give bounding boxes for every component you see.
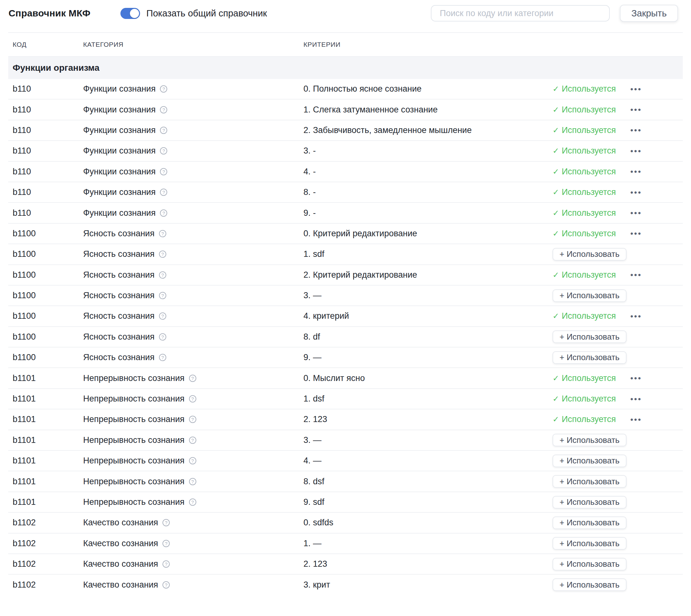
row-menu-button[interactable]: ••• — [630, 126, 642, 134]
menu-cell: ••• — [615, 229, 683, 238]
use-button[interactable]: + Использовать — [552, 289, 627, 302]
code-cell: b1101 — [8, 435, 79, 445]
help-icon[interactable]: ? — [160, 168, 167, 175]
check-icon: ✓ — [552, 126, 559, 135]
status-cell: + Использовать — [546, 351, 615, 364]
use-button[interactable]: + Использовать — [552, 537, 627, 550]
use-button[interactable]: + Использовать — [552, 434, 627, 446]
help-icon[interactable]: ? — [160, 127, 167, 134]
help-icon[interactable]: ? — [160, 189, 167, 196]
help-icon[interactable]: ? — [160, 210, 167, 217]
category-cell: Качество сознания ? — [79, 518, 299, 528]
section-title: Функции организма — [8, 63, 100, 73]
use-button[interactable]: + Использовать — [552, 330, 627, 343]
row-menu-button[interactable]: ••• — [630, 106, 642, 114]
show-common-directory-toggle[interactable] — [121, 8, 140, 19]
use-button[interactable]: + Использовать — [552, 475, 627, 488]
category-label: Непрерывность сознания — [83, 373, 185, 383]
row-menu-button[interactable]: ••• — [630, 271, 642, 279]
use-button[interactable]: + Использовать — [552, 578, 627, 591]
code-cell: b1101 — [8, 415, 79, 424]
table-row: b110 Функции сознания ? 8. - ✓ Используе… — [8, 182, 683, 203]
search-input[interactable] — [431, 5, 610, 21]
category-cell: Функции сознания ? — [79, 84, 299, 94]
category-label: Ясность сознания — [83, 291, 154, 301]
category-label: Непрерывность сознания — [83, 497, 185, 507]
status-cell: ✓ Используется — [546, 373, 615, 383]
criterion-cell: 3. - — [299, 146, 546, 156]
help-icon[interactable]: ? — [160, 106, 167, 113]
help-icon[interactable]: ? — [189, 416, 196, 423]
help-icon[interactable]: ? — [159, 230, 166, 237]
criterion-cell: 9. - — [299, 208, 546, 218]
help-icon[interactable]: ? — [159, 292, 166, 299]
use-button[interactable]: + Использовать — [552, 455, 627, 467]
criterion-cell: 1. — — [299, 538, 546, 548]
row-menu-button[interactable]: ••• — [630, 188, 642, 197]
help-icon[interactable]: ? — [159, 354, 166, 361]
status-cell: ✓ Используется — [546, 270, 615, 280]
status-cell: ✓ Используется — [546, 84, 615, 94]
row-menu-button[interactable]: ••• — [630, 85, 642, 93]
row-menu-button[interactable]: ••• — [630, 209, 642, 217]
row-menu-button[interactable]: ••• — [630, 229, 642, 238]
help-icon[interactable]: ? — [163, 560, 170, 568]
category-cell: Качество сознания ? — [79, 580, 299, 590]
check-icon: ✓ — [552, 374, 559, 383]
help-icon[interactable]: ? — [160, 147, 167, 154]
check-icon: ✓ — [552, 394, 559, 403]
use-button[interactable]: + Использовать — [552, 496, 627, 509]
help-icon[interactable]: ? — [189, 375, 196, 382]
code-cell: b110 — [8, 208, 79, 218]
table-header-row: КОД КАТЕГОРИЯ КРИТЕРИИ — [8, 33, 683, 57]
category-cell: Непрерывность сознания ? — [79, 415, 299, 424]
row-menu-button[interactable]: ••• — [630, 168, 642, 176]
status-cell: + Использовать — [546, 455, 615, 467]
help-icon[interactable]: ? — [189, 499, 196, 506]
code-cell: b1100 — [8, 332, 79, 342]
check-icon: ✓ — [552, 229, 559, 238]
status-cell: ✓ Используется — [546, 187, 615, 197]
row-menu-button[interactable]: ••• — [630, 374, 642, 382]
status-cell: ✓ Используется — [546, 229, 615, 239]
help-icon[interactable]: ? — [159, 271, 166, 279]
help-icon[interactable]: ? — [163, 519, 170, 526]
status-used-badge: ✓ Используется — [552, 105, 616, 115]
help-icon[interactable]: ? — [189, 437, 196, 444]
help-icon[interactable]: ? — [160, 85, 167, 92]
status-cell: ✓ Используется — [546, 126, 615, 135]
help-icon[interactable]: ? — [159, 250, 166, 258]
row-menu-button[interactable]: ••• — [630, 312, 642, 320]
help-icon[interactable]: ? — [189, 395, 196, 402]
category-cell: Ясность сознания ? — [79, 291, 299, 301]
category-label: Функции сознания — [83, 187, 155, 197]
status-cell: + Использовать — [546, 289, 615, 302]
table-body: b110 Функции сознания ? 0. Полностью ясн… — [8, 79, 683, 593]
menu-cell: ••• — [615, 271, 683, 279]
row-menu-button[interactable]: ••• — [630, 147, 642, 155]
status-used-label: Используется — [562, 208, 616, 218]
row-menu-button[interactable]: ••• — [630, 415, 642, 424]
code-cell: b110 — [8, 105, 79, 115]
status-used-label: Используется — [562, 105, 616, 115]
use-button[interactable]: + Использовать — [552, 248, 627, 261]
help-icon[interactable]: ? — [189, 478, 196, 485]
use-button[interactable]: + Использовать — [552, 351, 627, 364]
close-button[interactable]: Закрыть — [620, 5, 678, 22]
use-button[interactable]: + Использовать — [552, 558, 627, 571]
category-label: Функции сознания — [83, 105, 155, 115]
criterion-cell: 0. Мыслит ясно — [299, 373, 546, 383]
table-row: b1100 Ясность сознания ? 4. критерий ✓ И… — [8, 306, 683, 327]
menu-cell: ••• — [615, 85, 683, 93]
help-icon[interactable]: ? — [159, 333, 166, 340]
row-menu-button[interactable]: ••• — [630, 395, 642, 403]
status-used-label: Используется — [562, 229, 616, 239]
help-icon[interactable]: ? — [163, 540, 170, 547]
use-button[interactable]: + Использовать — [552, 516, 627, 529]
help-icon[interactable]: ? — [189, 457, 196, 464]
help-icon[interactable]: ? — [159, 312, 166, 320]
menu-cell: ••• — [615, 106, 683, 114]
category-label: Непрерывность сознания — [83, 456, 185, 466]
help-icon[interactable]: ? — [163, 581, 170, 589]
status-used-label: Используется — [562, 146, 616, 156]
